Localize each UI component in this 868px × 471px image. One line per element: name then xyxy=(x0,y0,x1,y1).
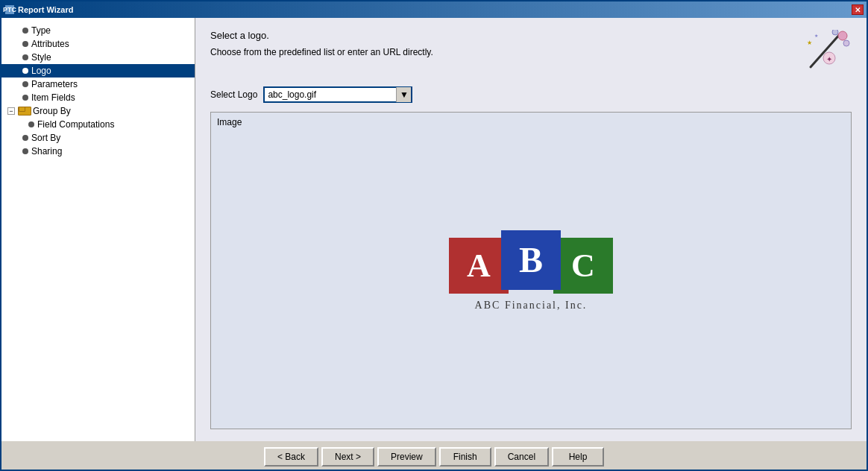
sidebar-label-group-by: Group By xyxy=(33,106,71,116)
abc-logo: A B C ABC Financial, Inc. xyxy=(449,230,613,312)
svg-text:★: ★ xyxy=(807,39,812,46)
nav-dot-type xyxy=(22,28,28,34)
svg-point-2 xyxy=(832,30,838,35)
nav-dot-item-fields xyxy=(22,95,28,101)
sidebar-label-item-fields: Item Fields xyxy=(31,92,75,103)
sidebar-item-type[interactable]: Type xyxy=(1,24,195,37)
window-title: Report Wizard xyxy=(18,5,73,14)
nav-dot-parameters xyxy=(22,81,28,87)
abc-company-name: ABC Financial, Inc. xyxy=(475,300,588,312)
sidebar-item-item-fields[interactable]: Item Fields xyxy=(1,91,195,104)
sidebar: Type Attributes Style Logo xyxy=(1,18,195,441)
sidebar-label-sharing: Sharing xyxy=(31,146,62,157)
nav-dot-style xyxy=(22,54,28,60)
title-bar: PTC Report Wizard ✕ xyxy=(1,1,867,18)
sidebar-item-sort-by[interactable]: Sort By xyxy=(1,131,195,145)
sidebar-item-parameters[interactable]: Parameters xyxy=(1,78,195,91)
sidebar-item-field-computations[interactable]: Field Computations xyxy=(13,118,195,131)
image-panel: Image A B C ABC Financial, Inc. xyxy=(210,112,852,429)
content-area: Select a logo. Choose from the predefine… xyxy=(195,18,867,441)
sidebar-item-style[interactable]: Style xyxy=(1,51,195,64)
sidebar-label-attributes: Attributes xyxy=(31,39,69,49)
content-description: Choose from the predefined list or enter… xyxy=(210,47,433,57)
block-a: A xyxy=(449,238,509,294)
abc-blocks: A B C xyxy=(449,230,613,294)
sidebar-label-sort-by: Sort By xyxy=(31,133,60,143)
block-b: B xyxy=(501,230,561,290)
folder-icon-group-by xyxy=(18,107,30,116)
logo-select-value: abc_logo.gif xyxy=(265,89,396,100)
svg-point-3 xyxy=(843,40,849,46)
preview-button[interactable]: Preview xyxy=(377,447,436,467)
svg-text:★: ★ xyxy=(814,34,818,38)
svg-point-1 xyxy=(838,31,847,40)
sidebar-item-logo[interactable]: Logo xyxy=(1,64,195,78)
expand-group-by[interactable]: − xyxy=(7,107,15,115)
main-content: Type Attributes Style Logo xyxy=(1,18,867,441)
sidebar-label-field-computations: Field Computations xyxy=(37,119,114,130)
footer: < Back Next > Preview Finish Cancel Help xyxy=(1,441,867,470)
sidebar-label-type: Type xyxy=(31,25,51,36)
title-bar-left: PTC Report Wizard xyxy=(4,4,73,15)
logo-select-dropdown[interactable]: abc_logo.gif ▼ xyxy=(263,86,412,103)
sidebar-item-sharing[interactable]: Sharing xyxy=(1,145,195,158)
close-button[interactable]: ✕ xyxy=(852,4,864,15)
wizard-icon: ✦ ★ ★ xyxy=(799,30,852,75)
nav-dot-attributes xyxy=(22,41,28,47)
finish-button[interactable]: Finish xyxy=(439,447,491,467)
sidebar-label-logo: Logo xyxy=(31,66,51,76)
logo-select-label: Select Logo xyxy=(210,89,257,100)
next-button[interactable]: Next > xyxy=(321,447,374,467)
sidebar-label-parameters: Parameters xyxy=(31,79,78,89)
header-text: Select a logo. Choose from the predefine… xyxy=(210,30,433,57)
block-c: C xyxy=(553,238,613,294)
report-wizard-window: PTC Report Wizard ✕ Type Attributes xyxy=(0,0,868,471)
cancel-button[interactable]: Cancel xyxy=(494,447,549,467)
help-button[interactable]: Help xyxy=(552,447,604,467)
back-button[interactable]: < Back xyxy=(264,447,318,467)
sidebar-item-group-by[interactable]: − Group By xyxy=(1,104,195,118)
nav-dot-field-computations xyxy=(28,121,34,127)
nav-dot-logo xyxy=(22,68,28,74)
sidebar-label-style: Style xyxy=(31,52,51,63)
image-panel-label: Image xyxy=(217,117,242,127)
content-title: Select a logo. xyxy=(210,30,433,41)
nav-dot-sort-by xyxy=(22,135,28,141)
ptc-icon: PTC xyxy=(4,4,15,15)
logo-select-row: Select Logo abc_logo.gif ▼ xyxy=(210,86,852,103)
svg-text:✦: ✦ xyxy=(826,55,832,63)
nav-dot-sharing xyxy=(22,148,28,154)
header-section: Select a logo. Choose from the predefine… xyxy=(210,30,852,75)
logo-dropdown-button[interactable]: ▼ xyxy=(396,87,411,102)
sidebar-item-attributes[interactable]: Attributes xyxy=(1,37,195,51)
